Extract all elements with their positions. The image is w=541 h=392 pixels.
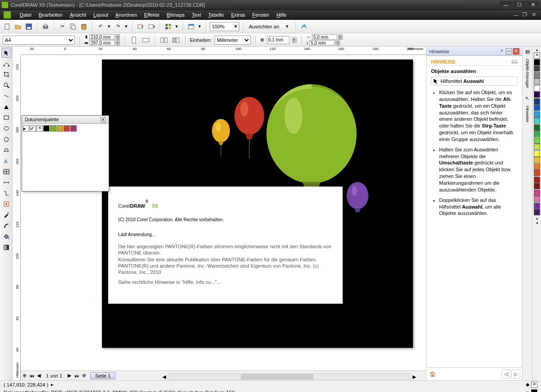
smart-fill-tool[interactable] <box>1 102 11 112</box>
profiles-flyout-icon[interactable]: ▸ <box>237 390 240 392</box>
horizontal-scrollbar[interactable]: ◀▶ <box>160 373 418 380</box>
spin-down[interactable]: ▾ <box>115 43 120 46</box>
color-swatch[interactable] <box>534 105 540 111</box>
minimize-button[interactable]: — <box>500 1 512 9</box>
zoom-combo[interactable]: ▾ <box>210 22 239 31</box>
status-flyout-icon[interactable]: ▸ <box>51 382 54 387</box>
new-button[interactable] <box>3 22 12 31</box>
menu-bearbeiten[interactable]: Bearbeiten <box>35 11 66 18</box>
home-icon[interactable]: 🏠 <box>428 369 437 378</box>
import-button[interactable] <box>136 22 145 31</box>
app-launcher-button[interactable] <box>164 22 173 31</box>
color-swatch[interactable] <box>534 164 540 170</box>
outline-pen-icon[interactable]: ✒ <box>525 390 529 392</box>
add-page-button[interactable]: ⊕ <box>21 373 28 378</box>
menu-tabelle[interactable]: Tabelle <box>205 11 228 18</box>
menu-effekte[interactable]: Effekte <box>141 11 163 18</box>
fill-tool[interactable] <box>1 232 11 242</box>
menu-ansicht[interactable]: Ansicht <box>66 11 90 18</box>
menu-datei[interactable]: Datei <box>16 11 35 18</box>
no-color-swatch[interactable] <box>37 125 43 132</box>
docker-minimize-icon[interactable]: — <box>506 48 512 55</box>
mdi-minimize[interactable]: — <box>512 12 519 18</box>
options-button[interactable] <box>299 22 308 31</box>
undo-button[interactable]: ↶ <box>96 22 105 31</box>
mdi-restore[interactable]: ❐ <box>521 12 528 18</box>
eyedropper-icon[interactable]: ✐ <box>30 125 36 132</box>
panel-close-icon[interactable]: ✕ <box>101 117 106 123</box>
dup-y-input[interactable] <box>309 40 335 46</box>
menu-layout[interactable]: Layout <box>90 11 112 18</box>
tab-hinweise[interactable]: Hinweise <box>524 103 531 125</box>
copy-button[interactable] <box>69 22 78 31</box>
color-swatch[interactable] <box>534 85 540 91</box>
color-swatch[interactable] <box>534 124 540 131</box>
docker-tab-icon[interactable]: ▤ <box>525 49 530 55</box>
color-swatch[interactable] <box>534 190 540 196</box>
tab-object-manager[interactable]: Objekt-Manager <box>524 56 531 91</box>
first-page-button[interactable]: ⏮ <box>28 373 35 378</box>
text-tool[interactable]: A <box>1 156 11 166</box>
menu-extras[interactable]: Extras <box>228 11 249 18</box>
menu-hilfe[interactable]: Hilfe <box>273 11 290 18</box>
menu-bitmaps[interactable]: Bitmaps <box>163 11 188 18</box>
color-swatch[interactable] <box>534 203 540 209</box>
docker-header[interactable]: Hinweise » — ✕ <box>426 47 522 56</box>
color-swatch[interactable] <box>534 131 540 137</box>
horizontal-ruler[interactable]: 20020406080100120140160180200Millimeter <box>21 47 426 55</box>
palette-scroll-up[interactable]: ▴ <box>536 48 538 52</box>
align-dropdown[interactable]: ▾ <box>283 22 292 31</box>
polygon-tool[interactable] <box>1 134 11 144</box>
interactive-tool[interactable] <box>1 199 11 209</box>
color-swatch[interactable] <box>534 137 540 144</box>
pick-tool[interactable] <box>1 48 11 58</box>
outline-tool[interactable] <box>1 221 11 231</box>
color-swatch[interactable] <box>534 170 540 176</box>
spin-down[interactable]: ▾ <box>292 40 297 43</box>
units-select[interactable]: Millimeter <box>215 36 251 45</box>
zoom-tool[interactable] <box>1 80 11 90</box>
export-button[interactable] <box>147 22 156 31</box>
doc-color-swatch[interactable] <box>50 125 56 132</box>
color-swatch[interactable] <box>534 196 540 202</box>
spin-down[interactable]: ▾ <box>338 37 343 40</box>
last-page-button[interactable]: ⏭ <box>73 373 80 378</box>
fill-indicator-icon[interactable]: ◆ <box>526 382 529 387</box>
color-swatch[interactable] <box>534 91 540 98</box>
color-swatch[interactable] <box>534 144 540 150</box>
color-swatch[interactable] <box>534 65 540 72</box>
forward-icon[interactable]: ▷ <box>511 369 520 378</box>
palette-flyout[interactable]: ◂ <box>536 221 538 225</box>
rectangle-tool[interactable] <box>1 113 11 123</box>
color-swatch[interactable] <box>534 98 540 105</box>
portrait-button[interactable] <box>129 36 138 45</box>
crop-tool[interactable] <box>1 69 11 79</box>
paper-size-select[interactable]: A4 <box>3 36 75 45</box>
doc-color-swatch[interactable] <box>64 125 70 132</box>
connector-tool[interactable] <box>1 188 11 198</box>
paste-button[interactable] <box>79 22 88 31</box>
nudge-input[interactable] <box>267 36 289 44</box>
current-page-button[interactable] <box>171 36 180 45</box>
dup-x-input[interactable] <box>312 34 337 40</box>
close-button[interactable]: ✕ <box>527 1 539 9</box>
color-swatch[interactable] <box>534 183 540 189</box>
spin-down[interactable]: ▾ <box>335 43 340 46</box>
mdi-close[interactable]: ✕ <box>530 12 537 18</box>
color-swatch[interactable] <box>534 157 540 163</box>
redo-dropdown[interactable]: ▾ <box>124 22 128 31</box>
document-palette-panel[interactable]: Dokumentpalette ✕ ▸ ✐ <box>22 115 109 191</box>
back-icon[interactable]: ◁ <box>501 369 510 378</box>
open-button[interactable] <box>14 22 23 31</box>
color-swatch[interactable] <box>534 177 540 183</box>
menu-fenster[interactable]: Fenster <box>249 11 273 18</box>
page-height-input[interactable] <box>89 40 115 46</box>
interactive-fill-tool[interactable] <box>1 242 11 252</box>
spin-down[interactable]: ▾ <box>115 37 120 40</box>
print-button[interactable] <box>41 22 50 31</box>
dimension-tool[interactable] <box>1 178 11 187</box>
table-tool[interactable] <box>1 167 11 177</box>
freehand-tool[interactable] <box>1 91 11 101</box>
color-swatch[interactable] <box>534 78 540 85</box>
save-button[interactable] <box>24 22 33 31</box>
